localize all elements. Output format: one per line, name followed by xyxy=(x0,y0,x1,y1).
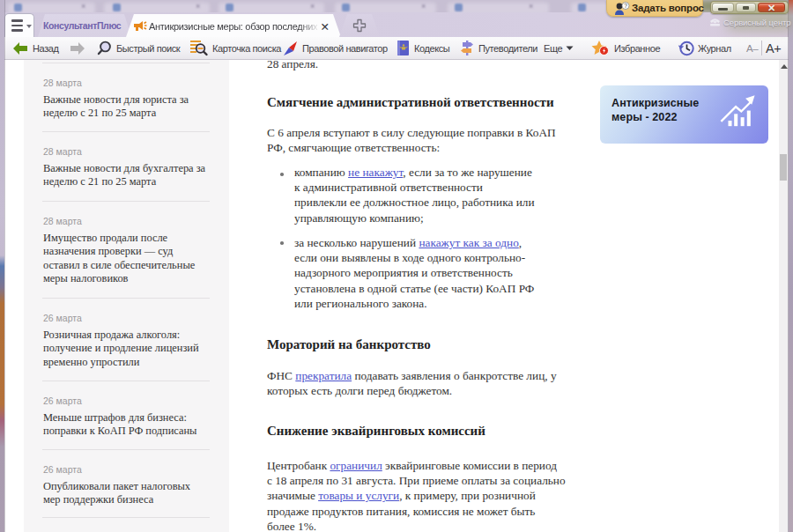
svg-text:?: ? xyxy=(624,3,627,9)
